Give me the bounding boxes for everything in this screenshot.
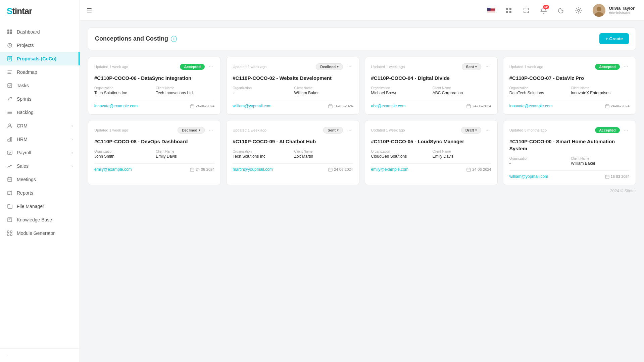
- card-footer: emily@example.com 24-06-2024: [94, 163, 214, 172]
- user-profile[interactable]: Olivia Taylor Administrator: [590, 3, 637, 18]
- more-options-button[interactable]: ···: [484, 126, 491, 134]
- hrm-icon: [7, 136, 13, 142]
- notification-icon[interactable]: 52: [538, 4, 550, 16]
- card-email[interactable]: emily@example.com: [371, 167, 409, 172]
- proposal-card[interactable]: Updated 1 week ago Accepted ··· #C110P-C…: [88, 57, 221, 115]
- client-value: ABC Corporation: [433, 91, 491, 95]
- card-updated: Updated 1 week ago: [371, 128, 405, 132]
- proposal-card[interactable]: Updated 1 week ago Declined ▾ ··· #C110P…: [88, 120, 221, 185]
- theme-toggle[interactable]: [555, 4, 567, 16]
- status-badge[interactable]: Accepted: [180, 64, 205, 70]
- org-label: Organization: [94, 86, 153, 90]
- chevron-right-icon: ›: [71, 151, 73, 155]
- sidebar-item-sales[interactable]: Sales ›: [0, 159, 80, 173]
- card-email[interactable]: martin@youpmail.com: [233, 167, 273, 172]
- sidebar-item-modulegenerator[interactable]: Module Generator: [0, 226, 80, 240]
- card-email[interactable]: william@yopmail.com: [509, 174, 548, 179]
- sidebar: Stintar Dashboard Projects Proposals (Co…: [0, 0, 80, 362]
- sidebar-item-label: Meetings: [17, 177, 36, 182]
- client-label: Client Name: [156, 86, 214, 90]
- status-badge[interactable]: Declined ▾: [178, 127, 205, 134]
- sidebar-item-filemanager[interactable]: File Manager: [0, 200, 80, 213]
- proposal-card[interactable]: Updated 1 week ago Declined ▾ ··· #C110P…: [226, 57, 359, 115]
- status-badge[interactable]: Sent ▾: [323, 127, 343, 134]
- sidebar-item-proposals[interactable]: Proposals (CoCo): [0, 52, 80, 65]
- create-button[interactable]: + Create: [599, 33, 629, 44]
- svg-rect-0: [7, 30, 9, 32]
- card-fields: Organization Tech Solutions Inc Client N…: [233, 150, 353, 159]
- sidebar-item-tasks[interactable]: Tasks: [0, 79, 80, 92]
- card-email[interactable]: william@yopmail.com: [233, 104, 271, 108]
- menu-icon[interactable]: ☰: [87, 7, 92, 14]
- client-label: Client Name: [294, 150, 353, 153]
- meetings-icon: [7, 176, 13, 183]
- more-options-button[interactable]: ···: [346, 126, 353, 134]
- proposal-card[interactable]: Updated 1 week ago Sent ▾ ··· #C110P-COC…: [226, 120, 359, 185]
- settings-icon[interactable]: [573, 4, 585, 16]
- svg-rect-35: [467, 105, 470, 108]
- card-org: Organization Michael Brown: [371, 86, 430, 95]
- svg-rect-3: [10, 32, 12, 34]
- org-label: Organization: [371, 150, 430, 153]
- svg-rect-26: [509, 8, 511, 10]
- sidebar-item-roadmap[interactable]: Roadmap: [0, 65, 80, 79]
- status-badge[interactable]: Accepted: [595, 64, 620, 70]
- card-date: 24-06-2024: [328, 167, 353, 172]
- sidebar-item-label: Payroll: [17, 150, 31, 155]
- client-value: William Baker: [571, 161, 630, 166]
- status-badge[interactable]: Accepted: [595, 127, 620, 133]
- sidebar-item-dashboard[interactable]: Dashboard: [0, 25, 80, 39]
- more-options-button[interactable]: ···: [207, 63, 214, 70]
- card-email[interactable]: innovate@example.com: [94, 104, 138, 108]
- calendar-icon: [190, 104, 194, 108]
- sidebar-item-backlog[interactable]: Backlog: [0, 106, 80, 119]
- sidebar-item-sprints[interactable]: Sprints: [0, 92, 80, 106]
- svg-rect-17: [7, 234, 9, 236]
- knowledgebase-icon: [7, 217, 13, 223]
- apps-icon[interactable]: [503, 4, 515, 16]
- card-client: Client Name Emily Davis: [433, 150, 491, 159]
- more-options-button[interactable]: ···: [484, 63, 491, 70]
- calendar-icon: [605, 174, 609, 179]
- card-header-right: Draft ▾ ···: [461, 126, 491, 134]
- sidebar-item-hrm[interactable]: HRM ›: [0, 133, 80, 146]
- card-email[interactable]: emily@example.com: [94, 167, 132, 172]
- proposal-card[interactable]: Updated 1 week ago Sent ▾ ··· #C110P-COC…: [365, 57, 498, 115]
- more-options-button[interactable]: ···: [207, 126, 214, 134]
- svg-rect-18: [10, 234, 12, 236]
- card-email[interactable]: abc@example.com: [371, 104, 406, 108]
- proposal-card[interactable]: Updated 3 months ago Accepted ··· #C110P…: [503, 120, 636, 185]
- more-options-button[interactable]: ···: [623, 126, 630, 134]
- card-email[interactable]: innovate@example.com: [509, 104, 553, 108]
- sidebar-item-reports[interactable]: Reports: [0, 186, 80, 200]
- card-client: Client Name InnovateX Enterprises: [571, 86, 630, 95]
- svg-rect-36: [605, 105, 609, 108]
- more-options-button[interactable]: ···: [623, 63, 630, 70]
- info-icon[interactable]: i: [171, 36, 177, 42]
- proposal-card[interactable]: Updated 1 week ago Draft ▾ ··· #C110P-CO…: [365, 120, 498, 185]
- status-badge[interactable]: Declined ▾: [316, 63, 343, 70]
- org-label: Organization: [371, 86, 430, 90]
- proposal-card[interactable]: Updated 1 week ago Accepted ··· #C110P-C…: [503, 57, 636, 115]
- calendar-icon: [466, 167, 471, 172]
- sidebar-item-projects[interactable]: Projects: [0, 39, 80, 52]
- calendar-icon: [190, 167, 194, 172]
- card-header-right: Declined ▾ ···: [316, 63, 353, 70]
- status-badge[interactable]: Sent ▾: [462, 63, 482, 70]
- sidebar-item-meetings[interactable]: Meetings: [0, 173, 80, 186]
- more-options-button[interactable]: ···: [346, 63, 353, 70]
- card-fields: Organization John Smith Client Name Emil…: [94, 150, 214, 159]
- sidebar-item-label: Backlog: [17, 110, 34, 115]
- sidebar-item-payroll[interactable]: Payroll ›: [0, 146, 80, 159]
- logo[interactable]: Stintar: [0, 0, 80, 22]
- org-value: Tech Solutions Inc: [233, 154, 291, 159]
- status-badge[interactable]: Draft ▾: [461, 127, 482, 134]
- sidebar-nav: Dashboard Projects Proposals (CoCo) Road…: [0, 22, 80, 348]
- expand-icon[interactable]: [520, 4, 532, 16]
- org-value: John Smith: [94, 154, 153, 159]
- sidebar-item-knowledgebase[interactable]: Knowledge Base: [0, 213, 80, 226]
- client-value: Emily Davis: [433, 154, 491, 159]
- sidebar-item-crm[interactable]: CRM ›: [0, 119, 80, 133]
- language-selector[interactable]: [485, 4, 497, 16]
- svg-rect-38: [329, 168, 332, 171]
